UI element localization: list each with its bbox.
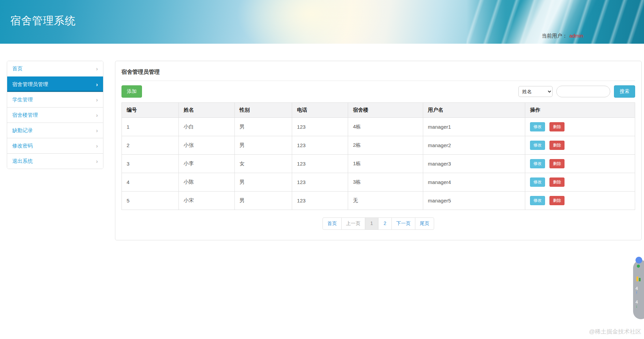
pagination: 首页 上一页 1 2 下一页 尾页 (323, 217, 434, 230)
table-row: 2 小张 男 123 2栋 manager2 修改 删除 (122, 136, 635, 155)
sidebar-item-0[interactable]: 首页 › (7, 61, 103, 76)
cell-username: manager2 (423, 136, 525, 155)
cell-gender: 女 (234, 155, 292, 173)
app-header: 宿舍管理系统 当前用户：admin (0, 0, 644, 44)
column-header: 编号 (122, 103, 179, 118)
cell-name: 小陈 (178, 173, 234, 192)
chevron-right-icon: › (96, 97, 98, 103)
cell-phone: 123 (292, 192, 348, 210)
cell-gender: 男 (234, 136, 292, 155)
watermark: @稀土掘金技术社区 (589, 328, 641, 336)
app-title: 宿舍管理系统 (10, 14, 76, 28)
cell-id: 5 (122, 192, 179, 210)
search-input[interactable] (556, 86, 610, 97)
search-group: 姓名 搜索 (518, 85, 635, 98)
toolbar: 添加 姓名 搜索 (121, 85, 635, 98)
pagination-item[interactable]: 2 (378, 217, 392, 230)
cell-username: manager3 (423, 155, 525, 173)
column-header: 电话 (292, 103, 348, 118)
cell-actions: 修改 删除 (525, 192, 635, 210)
upload-speed: 4 ↑ (635, 286, 638, 295)
search-button[interactable]: 搜索 (614, 85, 635, 98)
cell-building: 2栋 (348, 136, 423, 155)
search-field-select[interactable]: 姓名 (518, 86, 553, 97)
cell-building: 1栋 (348, 155, 423, 173)
cell-username: manager1 (423, 118, 525, 136)
content-area: 首页 › 宿舍管理员管理 › 学生管理 › 宿舍楼管理 › 缺勤记录 › 修改密… (0, 44, 644, 240)
sidebar-item-label: 修改密码 (12, 143, 33, 149)
delete-button[interactable]: 删除 (549, 196, 564, 205)
sidebar-item-label: 退出系统 (12, 158, 33, 165)
edit-button[interactable]: 修改 (530, 196, 545, 205)
table-header-row: 编号姓名性别电话宿舍楼用户名操作 (122, 103, 635, 118)
cell-building: 3栋 (348, 173, 423, 192)
arrow-up-icon: ↑ (635, 291, 638, 295)
cell-building: 4栋 (348, 118, 423, 136)
delete-button[interactable]: 删除 (549, 178, 564, 187)
main-panel: 宿舍管理员管理 添加 姓名 搜索 编号姓名性别电话宿舍楼用户名操作 1 小白 男 (115, 61, 642, 240)
pagination-item: 1 (365, 217, 378, 230)
current-user: 当前用户：admin (542, 33, 583, 39)
cell-phone: 123 (292, 118, 348, 136)
cell-actions: 修改 删除 (525, 173, 635, 192)
managers-table: 编号姓名性别电话宿舍楼用户名操作 1 小白 男 123 4栋 manager1 … (121, 102, 635, 210)
delete-button[interactable]: 删除 (549, 122, 564, 131)
pagination-wrap: 首页 上一页 1 2 下一页 尾页 (121, 217, 635, 230)
cell-id: 1 (122, 118, 179, 136)
sidebar-item-label: 首页 (12, 66, 23, 72)
net-speed-widget[interactable]: 4 ↑ 4 ↓ (633, 260, 644, 319)
column-header: 姓名 (178, 103, 234, 118)
cell-username: manager4 (423, 173, 525, 192)
chevron-right-icon: › (96, 158, 98, 164)
edit-button[interactable]: 修改 (530, 141, 545, 150)
edit-button[interactable]: 修改 (530, 159, 545, 168)
chevron-right-icon: › (96, 66, 98, 72)
sidebar-item-3[interactable]: 宿舍楼管理 › (7, 107, 103, 123)
table-row: 3 小李 女 123 1栋 manager3 修改 删除 (122, 155, 635, 173)
add-button[interactable]: 添加 (121, 85, 142, 98)
sidebar-item-label: 学生管理 (12, 97, 33, 103)
cell-gender: 男 (234, 118, 292, 136)
column-header: 性别 (234, 103, 292, 118)
cell-gender: 男 (234, 192, 292, 210)
delete-button[interactable]: 删除 (549, 141, 564, 150)
edit-button[interactable]: 修改 (530, 122, 545, 131)
sidebar-item-label: 宿舍楼管理 (12, 112, 38, 118)
sidebar-item-5[interactable]: 修改密码 › (7, 138, 103, 153)
cell-username: manager5 (423, 192, 525, 210)
cell-id: 3 (122, 155, 179, 173)
sidebar-item-2[interactable]: 学生管理 › (7, 92, 103, 107)
cell-phone: 123 (292, 136, 348, 155)
current-user-label: 当前用户： (542, 33, 567, 39)
table-row: 1 小白 男 123 4栋 manager1 修改 删除 (122, 118, 635, 136)
cell-phone: 123 (292, 155, 348, 173)
column-header: 操作 (525, 103, 635, 118)
current-user-name: admin (569, 33, 583, 39)
widget-bars-icon (636, 277, 641, 281)
cell-building: 无 (348, 192, 423, 210)
arrow-down-icon: ↓ (635, 304, 638, 309)
sidebar-item-6[interactable]: 退出系统 › (7, 153, 103, 169)
cell-actions: 修改 删除 (525, 136, 635, 155)
cell-name: 小白 (178, 118, 234, 136)
chevron-right-icon: › (96, 128, 98, 133)
table-row: 4 小陈 男 123 3栋 manager4 修改 删除 (122, 173, 635, 192)
cell-name: 小李 (178, 155, 234, 173)
pagination-item[interactable]: 首页 (323, 217, 342, 230)
column-header: 宿舍楼 (348, 103, 423, 118)
cell-id: 4 (122, 173, 179, 192)
pagination-item[interactable]: 尾页 (415, 217, 434, 230)
sidebar-item-label: 缺勤记录 (12, 127, 33, 134)
page-title: 宿舍管理员管理 (121, 67, 635, 81)
chevron-right-icon: › (96, 112, 98, 118)
cell-actions: 修改 删除 (525, 118, 635, 136)
edit-button[interactable]: 修改 (530, 178, 545, 187)
pagination-item[interactable]: 下一页 (391, 217, 415, 230)
column-header: 用户名 (423, 103, 525, 118)
sidebar: 首页 › 宿舍管理员管理 › 学生管理 › 宿舍楼管理 › 缺勤记录 › 修改密… (7, 61, 103, 169)
sidebar-item-1[interactable]: 宿舍管理员管理 › (7, 76, 103, 92)
delete-button[interactable]: 删除 (549, 159, 564, 168)
sidebar-item-4[interactable]: 缺勤记录 › (7, 123, 103, 138)
widget-circle-icon (635, 257, 642, 264)
sidebar-item-label: 宿舍管理员管理 (12, 81, 48, 88)
